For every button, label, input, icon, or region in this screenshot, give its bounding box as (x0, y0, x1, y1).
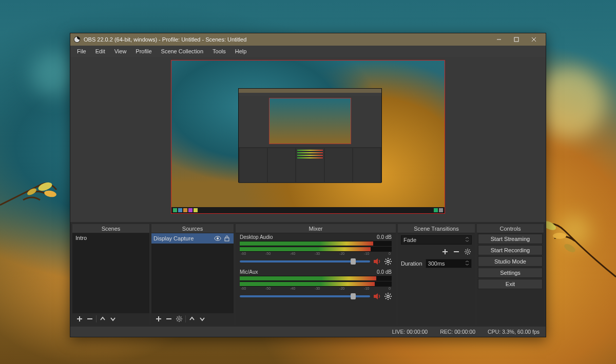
speaker-icon[interactable] (373, 258, 381, 265)
menu-tools[interactable]: Tools (208, 47, 230, 56)
spinner-icon[interactable] (465, 260, 469, 267)
transition-select[interactable]: Fade (401, 235, 472, 245)
channel-db: 0.0 dB (377, 234, 392, 240)
menu-profile[interactable]: Profile (131, 47, 156, 56)
settings-button[interactable]: Settings (478, 268, 543, 278)
svg-line-26 (181, 320, 181, 321)
obs-window: OBS 22.0.2 (64-bit, windows) - Profile: … (70, 33, 546, 337)
svg-line-35 (386, 259, 387, 260)
svg-marker-39 (374, 293, 378, 299)
source-label: Display Capture (153, 235, 213, 241)
svg-point-52 (467, 251, 469, 253)
svg-line-37 (390, 259, 391, 260)
channel-name: Desktop Audio (240, 234, 273, 240)
menu-view[interactable]: View (110, 47, 131, 56)
transition-add-button[interactable] (441, 248, 449, 256)
mixer-panel: Mixer Desktop Audio 0.0 dB -60-50-40-30-… (236, 224, 396, 325)
audio-meter: -60-50-40-30-20-100 (240, 281, 392, 287)
preview-canvas[interactable] (171, 60, 445, 214)
titlebar[interactable]: OBS 22.0.2 (64-bit, windows) - Profile: … (70, 33, 546, 46)
duration-value: 300ms (428, 260, 445, 267)
minimize-button[interactable] (490, 33, 508, 46)
source-down-button[interactable] (198, 315, 206, 323)
studio-mode-button[interactable]: Studio Mode (478, 256, 543, 267)
menu-file[interactable]: File (72, 47, 91, 56)
scenes-header: Scenes (72, 224, 149, 233)
svg-point-30 (387, 260, 390, 263)
maximize-button[interactable] (508, 33, 525, 46)
svg-rect-8 (514, 37, 518, 42)
scene-up-button[interactable] (99, 315, 107, 323)
svg-line-60 (466, 253, 466, 254)
start-streaming-button[interactable]: Start Streaming (478, 234, 543, 244)
svg-point-5 (563, 242, 577, 254)
status-live: LIVE: 00:00:00 (392, 329, 428, 335)
source-item[interactable]: Display Capture (151, 233, 234, 244)
exit-button[interactable]: Exit (478, 279, 543, 289)
volume-slider[interactable] (240, 295, 370, 297)
statusbar: LIVE: 00:00:00 REC: 00:00:00 CPU: 3.3%, … (70, 327, 546, 337)
scene-item[interactable]: Intro (72, 233, 149, 242)
source-remove-button[interactable] (165, 315, 173, 323)
source-up-button[interactable] (188, 315, 196, 323)
sources-header: Sources (151, 224, 234, 233)
background-leaves (534, 205, 616, 297)
menu-scene-collection[interactable]: Scene Collection (157, 47, 208, 56)
gear-icon[interactable] (384, 293, 392, 300)
svg-point-0 (37, 181, 53, 193)
channel-name: Mic/Aux (240, 269, 258, 275)
menu-help[interactable]: Help (230, 47, 252, 56)
duration-label: Duration (401, 260, 422, 267)
lock-icon[interactable] (222, 234, 232, 242)
svg-point-20 (178, 318, 180, 320)
audio-meter (240, 241, 392, 246)
mixer-channel: Mic/Aux 0.0 dB -60-50-40-30-20-100 (236, 268, 396, 303)
svg-point-1 (44, 190, 57, 198)
svg-line-48 (386, 298, 387, 299)
visibility-icon[interactable] (213, 234, 222, 242)
svg-line-28 (177, 320, 178, 321)
svg-line-58 (469, 253, 470, 254)
svg-line-45 (386, 294, 387, 295)
svg-line-59 (469, 250, 470, 250)
volume-slider[interactable] (240, 260, 370, 262)
svg-line-46 (390, 298, 391, 299)
transition-remove-button[interactable] (452, 248, 460, 256)
svg-line-27 (181, 317, 181, 317)
scene-add-button[interactable] (75, 315, 84, 323)
mixer-header: Mixer (236, 224, 396, 233)
duration-input[interactable]: 300ms (426, 259, 472, 268)
transition-properties-button[interactable] (464, 248, 472, 256)
status-cpu: CPU: 3.3%, 60.00 fps (488, 329, 540, 335)
menubar: File Edit View Profile Scene Collection … (70, 46, 546, 57)
svg-line-57 (466, 250, 466, 250)
close-button[interactable] (525, 33, 543, 46)
svg-line-36 (390, 263, 391, 264)
obs-app-icon (73, 36, 81, 43)
source-add-button[interactable] (155, 315, 163, 323)
dropdown-icon (465, 237, 469, 243)
audio-meter (240, 276, 392, 281)
svg-line-47 (390, 294, 391, 295)
start-recording-button[interactable]: Start Recording (478, 245, 543, 255)
window-title: OBS 22.0.2 (64-bit, windows) - Profile: … (84, 36, 490, 43)
controls-panel: Controls Start Streaming Start Recording… (477, 224, 544, 325)
svg-line-38 (386, 263, 387, 264)
svg-rect-16 (225, 238, 229, 241)
channel-db: 0.0 dB (377, 269, 392, 275)
scene-down-button[interactable] (109, 315, 117, 323)
controls-header: Controls (477, 224, 544, 233)
bottom-panels: Scenes Intro Sources Display Capture (70, 222, 546, 327)
status-rec: REC: 00:00:00 (440, 329, 475, 335)
svg-marker-29 (374, 258, 378, 265)
svg-point-4 (553, 233, 566, 239)
transitions-header: Scene Transitions (398, 224, 475, 233)
gear-icon[interactable] (384, 258, 392, 265)
scene-remove-button[interactable] (86, 315, 94, 323)
menu-edit[interactable]: Edit (91, 47, 110, 56)
source-properties-button[interactable] (175, 315, 183, 323)
audio-meter: -60-50-40-30-20-100 (240, 247, 392, 252)
preview-taskbar (171, 207, 445, 213)
mixer-channel: Desktop Audio 0.0 dB -60-50-40-30-20-100 (236, 233, 396, 268)
speaker-icon[interactable] (373, 293, 381, 300)
